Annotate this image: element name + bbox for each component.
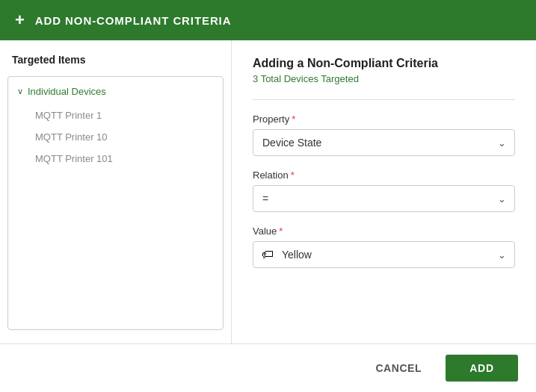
value-select[interactable]: Yellow Green Red Blue: [253, 241, 515, 268]
add-button[interactable]: ADD: [446, 355, 518, 382]
value-field-group: Value * 🏷 Yellow Green Red Blue ⌄: [253, 225, 515, 268]
targeted-items-box: ∨ Individual Devices MQTT Printer 1 MQTT…: [7, 76, 224, 330]
modal-body: Targeted Items ∨ Individual Devices MQTT…: [0, 40, 536, 343]
modal-header: + ADD NON-COMPLIANT CRITERIA: [0, 0, 536, 40]
list-item: MQTT Printer 1: [14, 105, 217, 126]
list-item: MQTT Printer 10: [14, 126, 217, 148]
right-panel-title: Adding a Non-Compliant Criteria: [253, 57, 515, 70]
relation-select-wrapper: = != > < ⌄: [253, 185, 515, 212]
value-tag-icon: 🏷: [262, 248, 274, 261]
criteria-form: Property * Device State Device Status Fi…: [253, 99, 515, 268]
property-select-wrapper: Device State Device Status Firmware Vers…: [253, 129, 515, 156]
relation-select[interactable]: = != > <: [253, 185, 515, 212]
plus-icon: +: [15, 10, 25, 30]
cancel-button[interactable]: CANCEL: [360, 355, 437, 382]
relation-required-star: *: [291, 169, 295, 181]
modal-title: ADD NON-COMPLIANT CRITERIA: [35, 14, 232, 27]
property-label: Property *: [253, 113, 515, 125]
property-select[interactable]: Device State Device Status Firmware Vers…: [253, 129, 515, 156]
relation-label: Relation *: [253, 169, 515, 181]
devices-targeted-subtitle: 3 Total Devices Targeted: [253, 73, 515, 84]
value-required-star: *: [279, 225, 283, 237]
value-select-wrapper: 🏷 Yellow Green Red Blue ⌄: [253, 241, 515, 268]
relation-field-group: Relation * = != > < ⌄: [253, 169, 515, 212]
targeted-items-title: Targeted Items: [7, 54, 224, 66]
total-devices-count: 3: [253, 73, 258, 84]
individual-devices-group[interactable]: ∨ Individual Devices: [14, 84, 217, 99]
group-chevron-icon: ∨: [17, 87, 23, 96]
right-panel: Adding a Non-Compliant Criteria 3 Total …: [232, 40, 536, 343]
modal-container: + ADD NON-COMPLIANT CRITERIA Targeted It…: [0, 0, 536, 392]
modal-footer: CANCEL ADD: [0, 343, 536, 392]
list-item: MQTT Printer 101: [14, 148, 217, 169]
total-devices-text: Total Devices Targeted: [261, 73, 359, 84]
value-label: Value *: [253, 225, 515, 237]
left-panel: Targeted Items ∨ Individual Devices MQTT…: [0, 40, 232, 343]
property-required-star: *: [292, 113, 295, 125]
property-field-group: Property * Device State Device Status Fi…: [253, 113, 515, 156]
group-label: Individual Devices: [28, 86, 106, 97]
